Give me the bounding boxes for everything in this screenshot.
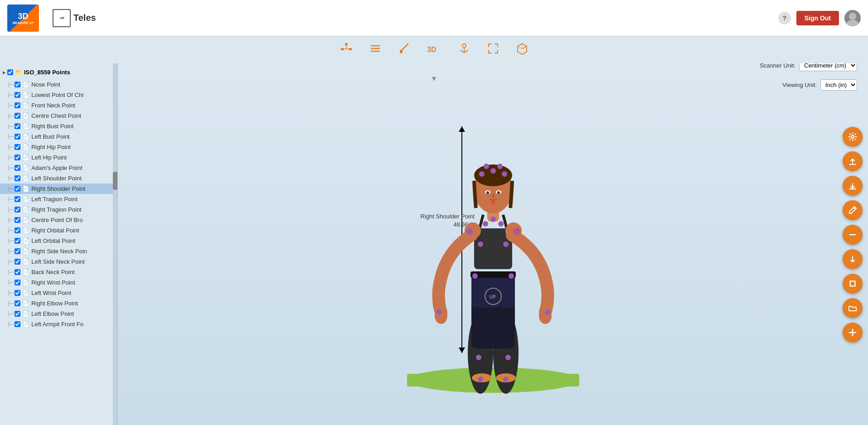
- root-checkbox[interactable]: [7, 69, 13, 75]
- svg-point-13: [462, 44, 466, 48]
- tree-checkbox[interactable]: [15, 248, 20, 254]
- sidebar-scrollbar[interactable]: [113, 63, 117, 425]
- tree-folder-icon: 📄: [22, 248, 29, 255]
- tree-checkbox[interactable]: [15, 102, 20, 108]
- root-expand-icon[interactable]: ▸: [3, 69, 5, 76]
- tree-connector: ├─: [7, 249, 14, 254]
- tree-checkbox[interactable]: [15, 300, 20, 306]
- tree-item-label: Left Armpit Front Fo: [31, 321, 83, 328]
- cube-icon[interactable]: [516, 42, 529, 58]
- expand-icon[interactable]: [487, 42, 499, 58]
- tree-item-label: Left Side Neck Point: [31, 258, 85, 265]
- tree-checkbox[interactable]: [15, 227, 20, 233]
- tree-folder-icon: 📄: [22, 217, 29, 223]
- tree-item[interactable]: ├─ 📄 Right Wrist Point: [0, 277, 117, 288]
- tree-checkbox[interactable]: [15, 165, 20, 171]
- svg-point-49: [479, 171, 485, 177]
- tree-checkbox[interactable]: [15, 186, 20, 192]
- tree-folder-icon: 📄: [22, 92, 29, 98]
- user-avatar[interactable]: [844, 10, 861, 26]
- viewing-unit-label: Viewing Unit:: [782, 82, 817, 88]
- sign-out-button[interactable]: Sign Out: [796, 11, 839, 25]
- tree-checkbox[interactable]: [15, 321, 20, 327]
- tree-root[interactable]: ▸ 📁 ISO_8559 Points: [0, 65, 117, 79]
- tree-checkbox[interactable]: [15, 207, 20, 212]
- tree-item[interactable]: ├─ 📄 Right Elbow Point: [0, 298, 117, 309]
- tree-checkbox[interactable]: [15, 311, 20, 317]
- tree-item[interactable]: ├─ 📄 Centre Chest Point: [0, 111, 117, 121]
- 3d-icon[interactable]: 3D: [427, 43, 441, 57]
- tree-checkbox[interactable]: [15, 113, 20, 119]
- anchor-icon[interactable]: [458, 42, 470, 58]
- tree-item-label: Left Tragion Point: [31, 196, 78, 203]
- tree-checkbox[interactable]: [15, 144, 20, 150]
- tree-checkbox[interactable]: [15, 134, 20, 140]
- tree-item[interactable]: ├─ 📄 Left Armpit Front Fo: [0, 319, 117, 329]
- tree-checkbox[interactable]: [15, 280, 20, 285]
- tree-item[interactable]: ├─ 📄 Right Orbital Point: [0, 225, 117, 236]
- viewing-unit-select[interactable]: Inch (in): [820, 79, 857, 91]
- tree-item[interactable]: ├─ 📄 Nose Point: [0, 79, 117, 90]
- collapse-chevron[interactable]: ▾: [432, 73, 436, 83]
- list-icon[interactable]: [369, 42, 382, 58]
- figure-container: Right Shoulder Point 48.66 in: [402, 90, 584, 398]
- tree-checkbox[interactable]: [15, 217, 20, 223]
- tree-connector: ├─: [7, 301, 14, 306]
- tree-item[interactable]: ├─ 📄 Front Neck Point: [0, 100, 117, 111]
- svg-point-40: [435, 308, 447, 324]
- teles-label: Teles: [73, 13, 96, 23]
- tree-item[interactable]: ├─ 📄 Right Bust Point: [0, 121, 117, 131]
- tree-item[interactable]: ├─ 📄 Adam's Apple Point: [0, 163, 117, 173]
- download-fab[interactable]: [843, 176, 863, 196]
- svg-point-64: [505, 355, 511, 360]
- tree-item-label: Centre Point Of Bro: [31, 217, 82, 223]
- tree-checkbox[interactable]: [15, 269, 20, 275]
- tree-item[interactable]: ├─ 📄 Lowest Point Of Chi: [0, 90, 117, 100]
- layers-fab[interactable]: [843, 274, 863, 294]
- tree-checkbox[interactable]: [15, 92, 20, 98]
- hierarchy-icon[interactable]: [340, 42, 353, 58]
- arrow-down-fab[interactable]: [843, 249, 863, 269]
- tree-checkbox[interactable]: [15, 259, 20, 265]
- minus-fab[interactable]: [843, 225, 863, 245]
- tree-checkbox[interactable]: [15, 82, 20, 87]
- tree-item[interactable]: ├─ 📄 Left Hip Point: [0, 152, 117, 163]
- tree-item[interactable]: ├─ 📄 Centre Point Of Bro: [0, 215, 117, 225]
- tree-item[interactable]: ├─ 📄 Back Neck Point: [0, 267, 117, 277]
- tree-checkbox[interactable]: [15, 290, 20, 296]
- tree-item-label: Lowest Point Of Chi: [31, 92, 83, 98]
- tree-item[interactable]: ├─ 📄 Right Tragion Point: [0, 204, 117, 215]
- tree-item[interactable]: ├─ 📄 Left Side Neck Point: [0, 256, 117, 267]
- tree-checkbox[interactable]: [15, 123, 20, 129]
- svg-point-54: [498, 221, 504, 227]
- header-right: ? Sign Out: [778, 10, 861, 26]
- tree-item[interactable]: ├─ 📄 Left Shoulder Point: [0, 173, 117, 184]
- tree-item[interactable]: ├─ 📄 Right Hip Point: [0, 142, 117, 152]
- svg-point-66: [503, 377, 509, 382]
- upload-fab[interactable]: [843, 151, 863, 171]
- folder-fab[interactable]: [843, 298, 863, 318]
- tree-checkbox[interactable]: [15, 196, 20, 202]
- tree-item[interactable]: ├─ 📄 Left Elbow Point: [0, 309, 117, 319]
- tree-item[interactable]: ├─ 📄 Left Bust Point: [0, 131, 117, 142]
- svg-point-57: [478, 241, 483, 247]
- brush-icon[interactable]: [398, 42, 411, 58]
- sidebar-scrollbar-thumb[interactable]: [113, 172, 117, 190]
- tree-checkbox[interactable]: [15, 175, 20, 181]
- tree-connector: ├─: [7, 113, 14, 118]
- edit-fab[interactable]: [843, 200, 863, 220]
- tree-item[interactable]: ├─ 📄 Left Tragion Point: [0, 194, 117, 204]
- tree-checkbox[interactable]: [15, 238, 20, 244]
- add-fab[interactable]: [843, 323, 863, 343]
- tree-item-label: Right Elbow Point: [31, 300, 78, 307]
- help-button[interactable]: ?: [778, 12, 791, 24]
- tree-item[interactable]: ├─ 📄 Left Orbital Point: [0, 236, 117, 246]
- tree-item[interactable]: ├─ 📄 Right Shoulder Point: [0, 184, 117, 194]
- tree-item-label: Right Bust Point: [31, 123, 73, 130]
- tree-folder-icon: 📄: [22, 206, 29, 213]
- settings-fab[interactable]: [843, 127, 863, 147]
- tree-checkbox[interactable]: [15, 155, 20, 160]
- tree-item-label: Left Elbow Point: [31, 310, 74, 317]
- tree-item[interactable]: ├─ 📄 Right Side Neck Poin: [0, 246, 117, 256]
- tree-item[interactable]: ├─ 📄 Left Wrist Point: [0, 288, 117, 298]
